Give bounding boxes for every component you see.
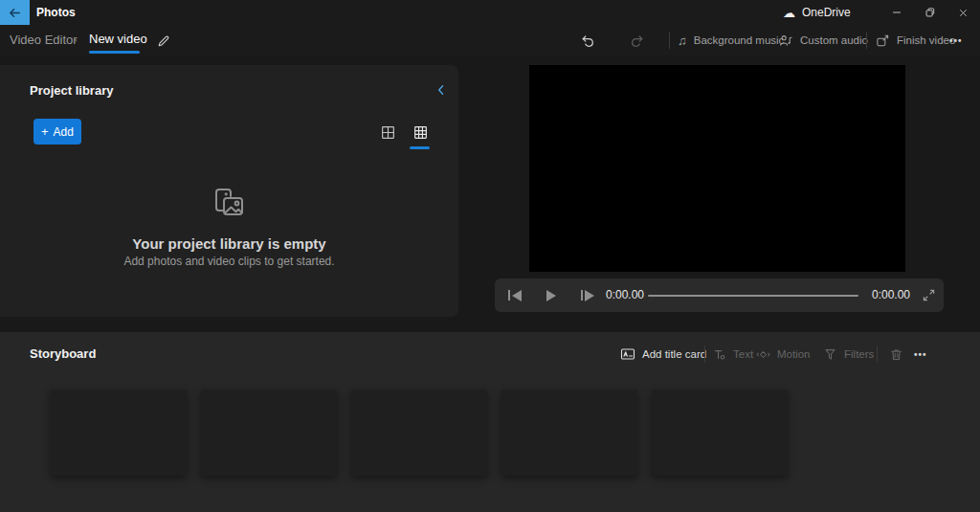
- empty-library-subtitle: Add photos and video clips to get starte…: [0, 255, 458, 268]
- small-thumbnails-toggle[interactable]: [408, 120, 433, 145]
- custom-audio-button[interactable]: Custom audio: [779, 25, 868, 56]
- storyboard-placeholder[interactable]: [351, 390, 487, 476]
- custom-audio-label: Custom audio: [800, 34, 868, 46]
- undo-button[interactable]: [580, 25, 595, 56]
- person-audio-icon: [779, 33, 793, 48]
- onedrive-label: OneDrive: [802, 6, 851, 19]
- breadcrumb-video-editor[interactable]: Video Editor: [10, 25, 78, 56]
- divider: [669, 32, 670, 49]
- grid-2x2-icon: [380, 124, 396, 141]
- next-frame-bar: [581, 290, 583, 301]
- app-title: Photos: [36, 0, 76, 25]
- storyboard-section: Storyboard Add title card Text Motion Fi…: [0, 332, 980, 512]
- previous-frame-button[interactable]: [502, 278, 527, 312]
- total-time: 0:00.00: [872, 278, 910, 312]
- large-thumbnails-toggle[interactable]: [375, 120, 400, 145]
- motion-button[interactable]: Motion: [756, 343, 811, 366]
- delete-button[interactable]: [884, 343, 907, 366]
- current-time: 0:00.00: [606, 278, 644, 312]
- chevron-left-icon: [434, 83, 448, 97]
- photos-stack-icon: [211, 188, 249, 222]
- redo-button[interactable]: [630, 25, 645, 56]
- close-button[interactable]: [947, 0, 979, 25]
- grid-3x3-icon: [412, 124, 429, 141]
- text-button[interactable]: Text: [712, 343, 753, 366]
- selected-view-underline: [410, 146, 430, 149]
- play-icon: [546, 290, 556, 301]
- storyboard-placeholder[interactable]: [652, 390, 788, 476]
- fullscreen-button[interactable]: [916, 278, 941, 312]
- seek-slider[interactable]: [648, 295, 858, 298]
- play-button[interactable]: [539, 278, 564, 312]
- title-bar: Photos ☁ OneDrive: [0, 0, 980, 25]
- see-more-button[interactable]: •••: [949, 25, 963, 56]
- storyboard-placeholder[interactable]: [501, 390, 637, 476]
- minimize-icon: [890, 6, 903, 19]
- pencil-icon: [156, 33, 171, 49]
- restore-icon: [924, 6, 937, 19]
- collapse-panel-button[interactable]: [431, 80, 452, 100]
- onedrive-cloud-icon: ☁: [783, 7, 795, 19]
- storyboard-placeholder[interactable]: [201, 390, 337, 476]
- divider: [866, 32, 867, 49]
- playback-bar: 0:00.00 0:00.00: [495, 278, 944, 312]
- more-icon: •••: [949, 35, 963, 46]
- motion-icon: [756, 347, 770, 362]
- finish-video-button[interactable]: Finish video: [876, 25, 955, 56]
- add-media-button[interactable]: + Add: [33, 119, 81, 145]
- next-frame-button[interactable]: [575, 278, 600, 312]
- trash-icon: [889, 347, 903, 362]
- command-bar: Video Editor › New video ♫ Background mu…: [0, 25, 980, 56]
- previous-frame-bar: [508, 290, 510, 301]
- rename-project-button[interactable]: [153, 32, 174, 51]
- undo-icon: [580, 33, 595, 48]
- onedrive-button[interactable]: ☁ OneDrive: [783, 0, 851, 25]
- add-title-card-button[interactable]: Add title card: [620, 343, 706, 366]
- add-button-label: Add: [54, 125, 74, 139]
- back-arrow-icon: [8, 6, 22, 20]
- back-button[interactable]: [0, 0, 30, 25]
- project-library-title: Project library: [30, 83, 113, 98]
- empty-library-title: Your project library is empty: [0, 235, 458, 252]
- restore-button[interactable]: [914, 0, 947, 25]
- storyboard-placeholder[interactable]: [51, 390, 187, 476]
- motion-label: Motion: [777, 348, 811, 360]
- storyboard-more-button[interactable]: •••: [914, 343, 927, 366]
- project-library-panel: Project library + Add Your project libra…: [0, 65, 458, 317]
- music-note-icon: ♫: [678, 34, 687, 47]
- redo-icon: [630, 33, 645, 48]
- text-label: Text: [733, 348, 753, 360]
- empty-library-state: Your project library is empty Add photos…: [0, 188, 458, 268]
- export-icon: [876, 33, 890, 48]
- next-frame-icon: [585, 290, 594, 301]
- video-preview[interactable]: [529, 65, 905, 272]
- background-music-label: Background music: [694, 34, 785, 46]
- filters-label: Filters: [844, 348, 874, 360]
- expand-icon: [922, 288, 936, 302]
- storyboard-cards: [51, 390, 788, 476]
- divider: [877, 345, 878, 363]
- plus-icon: +: [41, 125, 49, 138]
- previous-frame-icon: [512, 290, 522, 301]
- text-icon: [712, 347, 726, 362]
- background-music-button[interactable]: ♫ Background music: [678, 25, 784, 56]
- close-icon: [957, 7, 969, 19]
- finish-video-label: Finish video: [897, 34, 955, 46]
- title-card-icon: [620, 346, 635, 362]
- breadcrumb-separator: ›: [73, 25, 78, 56]
- divider: [704, 345, 705, 363]
- add-title-card-label: Add title card: [642, 348, 706, 360]
- filters-button[interactable]: Filters: [823, 343, 874, 366]
- storyboard-title: Storyboard: [30, 346, 96, 361]
- active-tab-underline: [89, 51, 140, 54]
- more-icon: •••: [914, 349, 927, 360]
- minimize-button[interactable]: [880, 0, 913, 25]
- filters-icon: [823, 347, 837, 362]
